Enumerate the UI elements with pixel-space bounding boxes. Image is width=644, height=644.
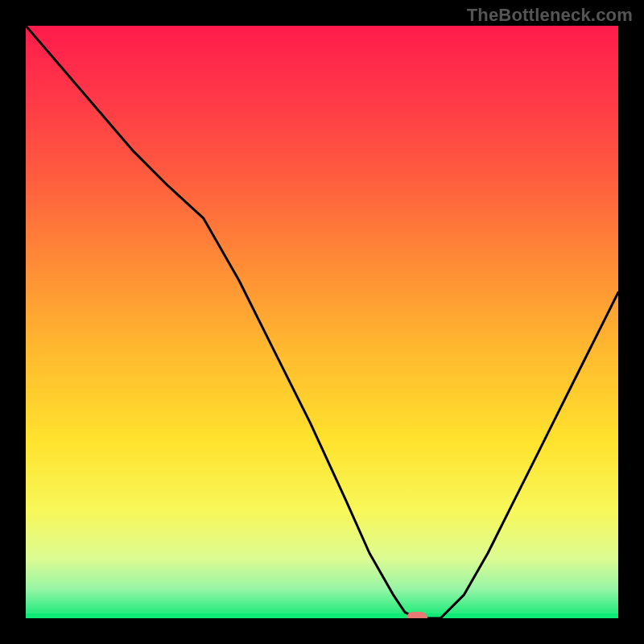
chart-frame: TheBottleneck.com <box>0 0 644 644</box>
plot-svg <box>26 26 618 618</box>
x-axis-baseline <box>26 613 618 618</box>
watermark-text: TheBottleneck.com <box>467 5 633 26</box>
plot-area <box>26 26 618 618</box>
gradient-background <box>26 26 618 618</box>
optimal-point-marker <box>407 612 427 618</box>
